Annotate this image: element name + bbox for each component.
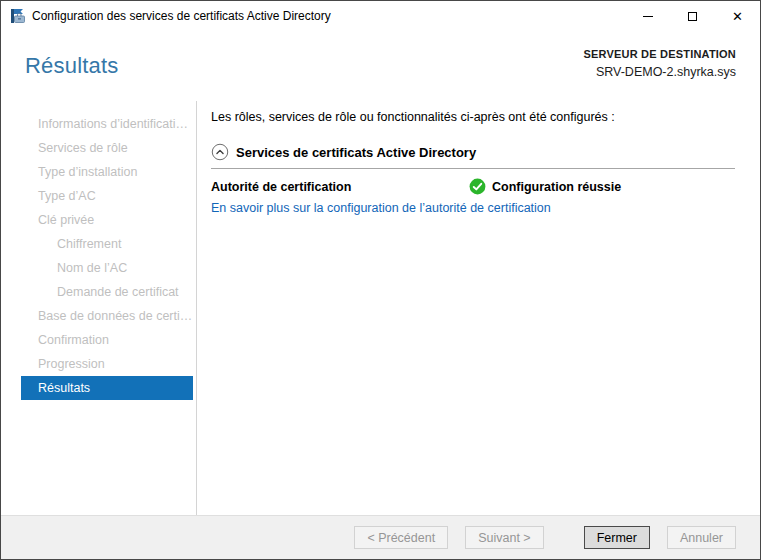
step-type-installation[interactable]: Type d’installation xyxy=(21,160,193,184)
next-button[interactable]: Suivant > xyxy=(465,526,543,549)
close-wizard-button[interactable]: Fermer xyxy=(584,526,650,549)
window-title: Configuration des services de certificat… xyxy=(32,9,331,23)
page-title: Résultats xyxy=(25,53,119,79)
destination-server-name: SRV-DEMO-2.shyrka.sys xyxy=(583,63,736,81)
step-services-de-role[interactable]: Services de rôle xyxy=(21,136,193,160)
titlebar: Configuration des services de certificat… xyxy=(1,1,760,31)
minimize-button[interactable] xyxy=(625,1,670,31)
step-confirmation[interactable]: Confirmation xyxy=(21,328,193,352)
step-base-de-donnees[interactable]: Base de données de certi… xyxy=(21,304,193,328)
section-title: Services de certificats Active Directory xyxy=(236,145,476,160)
wizard-body: Informations d’identificati… Services de… xyxy=(1,101,760,515)
learn-more-link[interactable]: En savoir plus sur la configuration de l… xyxy=(211,201,551,215)
close-icon: ✕ xyxy=(732,10,743,23)
maximize-icon xyxy=(688,12,697,21)
server-manager-icon xyxy=(10,8,26,24)
intro-text: Les rôles, services de rôle ou fonctionn… xyxy=(211,110,735,124)
close-button[interactable]: ✕ xyxy=(715,1,760,31)
section-rule xyxy=(211,168,735,169)
wizard-header: Résultats SERVEUR DE DESTINATION SRV-DEM… xyxy=(1,31,760,101)
section-header: Services de certificats Active Directory xyxy=(211,143,735,161)
result-name: Autorité de certification xyxy=(211,180,469,194)
results-pane: Les rôles, services de rôle ou fonctionn… xyxy=(197,101,760,515)
success-check-icon xyxy=(469,178,486,195)
result-status-text: Configuration réussie xyxy=(492,180,621,194)
wizard-steps-sidebar: Informations d’identificati… Services de… xyxy=(1,101,196,515)
step-nom-de-ac[interactable]: Nom de l’AC xyxy=(21,256,193,280)
wizard-footer: < Précédent Suivant > Fermer Annuler xyxy=(1,515,760,559)
step-chiffrement[interactable]: Chiffrement xyxy=(21,232,193,256)
cancel-button[interactable]: Annuler xyxy=(667,526,736,549)
result-status: Configuration réussie xyxy=(469,178,735,195)
result-row: Autorité de certification Configuration … xyxy=(211,178,735,195)
previous-button[interactable]: < Précédent xyxy=(354,526,448,549)
maximize-button[interactable] xyxy=(670,1,715,31)
step-type-ac[interactable]: Type d’AC xyxy=(21,184,193,208)
step-demande-certificat[interactable]: Demande de certificat xyxy=(21,280,193,304)
step-resultats[interactable]: Résultats xyxy=(21,376,193,400)
destination-server-label: SERVEUR DE DESTINATION xyxy=(583,47,736,63)
minimize-icon xyxy=(643,16,653,17)
destination-server-block: SERVEUR DE DESTINATION SRV-DEMO-2.shyrka… xyxy=(583,47,736,81)
step-informations-identification[interactable]: Informations d’identificati… xyxy=(21,112,193,136)
step-cle-privee[interactable]: Clé privée xyxy=(21,208,193,232)
wizard-window: Configuration des services de certificat… xyxy=(0,0,761,560)
collapse-chevron-icon[interactable] xyxy=(211,143,229,161)
step-progression[interactable]: Progression xyxy=(21,352,193,376)
